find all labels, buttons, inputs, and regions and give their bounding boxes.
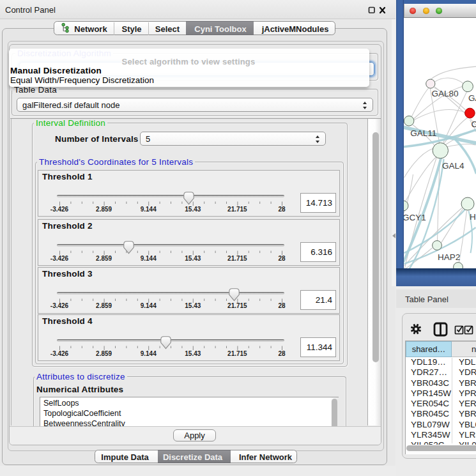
svg-text:GAL11: GAL11 [410,128,436,138]
svg-text:GAL80: GAL80 [432,89,459,98]
svg-text:GAL4: GAL4 [442,161,464,171]
svg-text:GCY1: GCY1 [404,213,426,222]
svg-text:H: H [470,212,476,222]
svg-text:C: C [472,119,476,129]
svg-text:HAP2: HAP2 [438,252,460,262]
svg-text:GAL: GAL [468,93,476,103]
